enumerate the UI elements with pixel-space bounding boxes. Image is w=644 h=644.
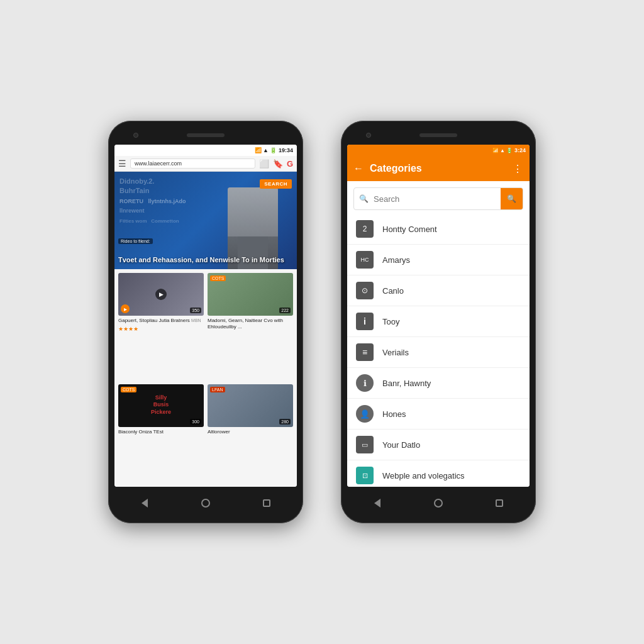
url-bar[interactable]: www.laiaecerr.com: [130, 158, 255, 169]
categories-title: Categories: [370, 163, 506, 174]
category-icon-6: 👤: [356, 405, 374, 423]
thumb-item-2[interactable]: COTS 222 Madomi, Gearn, Naitiear Cvo wit…: [208, 273, 293, 380]
nav-home-left[interactable]: [199, 497, 212, 509]
camera-left: [133, 133, 138, 138]
categories-header: ← Categories ⋮: [347, 156, 530, 181]
search-bar: 🔍 🔍: [353, 187, 523, 210]
scene: 📶 ▲ 🔋 19:34 ☰ www.laiaecerr.com ⬜ 🔖 G: [0, 0, 644, 644]
category-icon-5: ℹ: [356, 374, 374, 392]
thumb-count-4: 280: [279, 419, 291, 425]
thumb-count-3: 300: [190, 419, 201, 425]
battery-icon-r: 🔋: [506, 148, 513, 153]
category-label-3: Tooy: [382, 317, 399, 326]
search-submit-button[interactable]: 🔍: [501, 188, 523, 209]
browser-icons: ⬜ 🔖 G: [259, 159, 293, 169]
time-right: 3:24: [514, 147, 526, 153]
bookmark-icon[interactable]: 🔖: [273, 159, 283, 169]
thumb-item-3[interactable]: SillyBusisPickere COTS 300 Biaconly Oniz…: [118, 384, 204, 484]
wifi-icon: 📶: [255, 147, 262, 153]
thumb-badge-3: COTS: [121, 387, 136, 392]
search-submit-icon: 🔍: [507, 194, 516, 203]
google-icon[interactable]: G: [287, 159, 293, 169]
camera-right: [366, 133, 371, 138]
thumb-item-4[interactable]: LFAN 280 Altlorower: [208, 384, 293, 484]
hero-title: Tvoet and Rehaassion, and Nenwisle To in…: [118, 255, 284, 264]
thumb-img-1: ▶ ▶ 350: [118, 273, 204, 316]
thumb-stars-1: ★★★★: [118, 326, 204, 332]
hero-area: Didnoby.2.BuhrTainRORETU llytntnhs.jAdo …: [114, 172, 297, 269]
signal-icon-r: ▲: [500, 148, 505, 153]
category-item-7[interactable]: ▭ Your Datlo: [347, 430, 530, 460]
thumb-item-1[interactable]: ▶ ▶ 350 Gapuert, Stopliau Jutia Bratners…: [118, 273, 204, 380]
thumb-badge-4: LFAN: [210, 387, 225, 392]
thumb-count-1: 350: [190, 308, 201, 313]
search-input[interactable]: [374, 191, 501, 208]
category-item-8[interactable]: ⊡ Webple and volegatics: [347, 460, 530, 487]
play-icon-1: ▶: [155, 289, 167, 300]
tab-icon[interactable]: ⬜: [259, 159, 269, 169]
phone-left-top: [114, 128, 297, 142]
thumb-grid: ▶ ▶ 350 Gapuert, Stopliau Jutia Bratners…: [114, 269, 297, 487]
category-item-4[interactable]: ≡ Veriails: [347, 337, 530, 368]
category-icon-3: i: [356, 313, 374, 330]
category-item-5[interactable]: ℹ Banr, Hawnty: [347, 368, 530, 399]
category-icon-7: ▭: [356, 436, 374, 453]
menu-icon[interactable]: ☰: [118, 158, 126, 169]
back-button[interactable]: ←: [353, 163, 364, 174]
category-icon-4: ≡: [356, 343, 374, 361]
thumb-title-1: Gapuert, Stopliau Jutia Bratners MBN: [118, 318, 204, 324]
nav-back-left[interactable]: [138, 497, 151, 509]
status-icons-left: 📶 ▲ 🔋: [255, 147, 277, 153]
battery-icon: 🔋: [270, 147, 277, 153]
thumb-title-4: Altlorower: [208, 429, 293, 435]
category-label-5: Banr, Hawnty: [382, 379, 431, 388]
nav-recents-left[interactable]: [260, 497, 273, 509]
category-label-1: Amarys: [382, 255, 410, 265]
thumb-img-3: SillyBusisPickere COTS 300: [118, 384, 204, 427]
category-label-7: Your Datlo: [382, 440, 420, 450]
phone-right-top: [347, 128, 530, 142]
more-button[interactable]: ⋮: [513, 163, 523, 175]
speaker-left: [187, 133, 225, 137]
thumb-title-2: Madomi, Gearn, Naitiear Cvo with Ehloude…: [208, 318, 293, 331]
category-label-4: Veriails: [382, 348, 409, 357]
status-bar-right: 📶 ▲ 🔋 3:24: [347, 145, 530, 156]
category-label-8: Webple and volegatics: [382, 471, 465, 480]
phone-left-screen: 📶 ▲ 🔋 19:34 ☰ www.laiaecerr.com ⬜ 🔖 G: [114, 145, 297, 487]
category-item-0[interactable]: 2 Hontty Coment: [347, 214, 530, 245]
category-icon-8: ⊡: [356, 467, 374, 484]
time-left: 19:34: [279, 147, 293, 153]
category-icon-0: 2: [356, 220, 374, 238]
hero-label: Rideo to filend:: [118, 238, 153, 244]
category-icon-2: ⊙: [356, 282, 374, 299]
phone-right-nav: [347, 491, 530, 516]
search-icon: 🔍: [354, 194, 374, 203]
thumb-img-2: COTS 222: [208, 273, 293, 316]
category-item-1[interactable]: HC Amarys: [347, 245, 530, 275]
thumb-count-2: 222: [279, 308, 291, 313]
category-icon-1: HC: [356, 251, 374, 269]
category-label-0: Hontty Coment: [382, 225, 437, 234]
phone-right: 📶 ▲ 🔋 3:24 ← Categories ⋮ 🔍 🔍: [341, 121, 536, 523]
nav-recents-right[interactable]: [493, 497, 506, 509]
hero-bg-text: Didnoby.2.BuhrTainRORETU llytntnhs.jAdo …: [119, 177, 186, 225]
hero-search-button[interactable]: SEARCH: [260, 179, 292, 189]
category-item-6[interactable]: 👤 Hones: [347, 399, 530, 430]
nav-home-right[interactable]: [432, 497, 445, 509]
category-list: 2 Hontty Coment HC Amarys ⊙ Canlo i Tooy: [347, 214, 530, 487]
phone-left-nav: [114, 491, 297, 516]
wifi-icon-r: 📶: [492, 148, 499, 153]
category-item-3[interactable]: i Tooy: [347, 306, 530, 337]
speaker-right: [419, 133, 457, 137]
phone-right-screen: 📶 ▲ 🔋 3:24 ← Categories ⋮ 🔍 🔍: [347, 145, 530, 487]
signal-icon: ▲: [263, 147, 269, 153]
nav-back-right[interactable]: [371, 497, 384, 509]
thumb-title-3: Biaconly Oniza TEst: [118, 429, 204, 435]
category-label-2: Canlo: [382, 286, 404, 296]
category-item-2[interactable]: ⊙ Canlo: [347, 275, 530, 306]
browser-toolbar: ☰ www.laiaecerr.com ⬜ 🔖 G: [114, 156, 297, 172]
category-label-6: Hones: [382, 409, 406, 419]
thumb-badge-2: COTS: [210, 275, 226, 281]
thumb-img-4: LFAN 280: [208, 384, 293, 427]
status-icons-right: 📶 ▲ 🔋: [492, 148, 513, 153]
